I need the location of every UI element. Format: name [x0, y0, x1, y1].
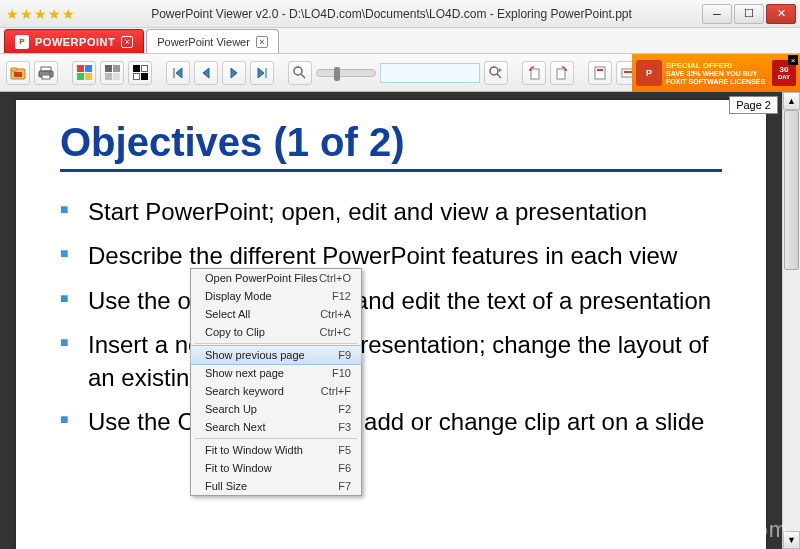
svg-point-6	[49, 72, 51, 74]
menu-item-shortcut: Ctrl+F	[321, 385, 351, 397]
bullet-item: Insert a new slide into a presentation; …	[60, 329, 722, 394]
menu-item[interactable]: Copy to ClipCtrl+C	[191, 323, 361, 341]
view-grayscale-button[interactable]	[100, 61, 124, 85]
ad-close-icon[interactable]: ×	[788, 55, 798, 65]
menu-item[interactable]: Fit to WindowF6	[191, 459, 361, 477]
vertical-scrollbar[interactable]: ▲ ▼	[782, 92, 800, 549]
ad-banner[interactable]: P SPECIAL OFFER! SAVE 35% WHEN YOU BUY F…	[632, 54, 800, 92]
menu-item-label: Fit to Window	[205, 462, 272, 474]
slide-title: Objectives (1 of 2)	[60, 120, 722, 172]
svg-rect-11	[531, 69, 539, 79]
svg-line-10	[497, 74, 501, 78]
powerpoint-icon: P	[636, 60, 662, 86]
fit-page-button[interactable]	[588, 61, 612, 85]
bullet-item: Start PowerPoint; open, edit and view a …	[60, 196, 722, 228]
view-bw-button[interactable]	[128, 61, 152, 85]
close-button[interactable]: ✕	[766, 4, 796, 24]
menu-item[interactable]: Show previous pageF9	[190, 345, 362, 365]
menu-item[interactable]: Search NextF3	[191, 418, 361, 436]
bullet-item: Describe the different PowerPoint featur…	[60, 240, 722, 272]
globe-icon: ✚	[647, 519, 669, 541]
menu-item[interactable]: Display ModeF12	[191, 287, 361, 305]
star-icon: ★	[62, 6, 75, 22]
menu-item[interactable]: Open PowerPoint FilesCtrl+O	[191, 269, 361, 287]
page-indicator: Page 2	[729, 96, 778, 114]
minimize-button[interactable]: ─	[702, 4, 732, 24]
open-file-button[interactable]	[6, 61, 30, 85]
last-page-button[interactable]	[250, 61, 274, 85]
first-page-button[interactable]	[166, 61, 190, 85]
tab-row: P POWERPOINT × PowerPoint Viewer ×	[0, 28, 800, 54]
menu-item-label: Search Next	[205, 421, 266, 433]
svg-rect-13	[595, 67, 605, 79]
menu-item-label: Search keyword	[205, 385, 284, 397]
search-input[interactable]	[380, 63, 480, 83]
print-button[interactable]	[34, 61, 58, 85]
menu-separator	[195, 438, 357, 439]
window-title: PowerPoint Viewer v2.0 - D:\LO4D.com\Doc…	[83, 7, 700, 21]
star-icon: ★	[6, 6, 19, 22]
star-icon: ★	[20, 6, 33, 22]
bullet-item: Use the outline to create and edit the t…	[60, 285, 722, 317]
menu-item-label: Select All	[205, 308, 250, 320]
tab-document[interactable]: PowerPoint Viewer ×	[146, 29, 279, 53]
menu-item-shortcut: F2	[338, 403, 351, 415]
slide-page: Objectives (1 of 2) Start PowerPoint; op…	[16, 100, 766, 549]
menu-item[interactable]: Search keywordCtrl+F	[191, 382, 361, 400]
ad-sub: FOXIT SOFTWARE LICENSES	[666, 78, 768, 86]
svg-point-7	[294, 67, 302, 75]
bullet-item: Use the Clip Organizer to add or change …	[60, 406, 722, 438]
menu-item-shortcut: Ctrl+C	[320, 326, 351, 338]
maximize-button[interactable]: ☐	[734, 4, 764, 24]
slide-bullets: Start PowerPoint; open, edit and view a …	[60, 196, 722, 438]
prev-page-button[interactable]	[194, 61, 218, 85]
search-next-button[interactable]	[484, 61, 508, 85]
menu-item[interactable]: Select AllCtrl+A	[191, 305, 361, 323]
menu-item-label: Search Up	[205, 403, 257, 415]
svg-rect-16	[624, 71, 632, 73]
zoom-button[interactable]	[288, 61, 312, 85]
menu-item-label: Full Size	[205, 480, 247, 492]
svg-rect-2	[14, 72, 22, 77]
rotate-right-button[interactable]	[550, 61, 574, 85]
svg-rect-3	[41, 67, 51, 71]
rotate-left-button[interactable]	[522, 61, 546, 85]
svg-point-9	[490, 67, 498, 75]
titlebar: ★ ★ ★ ★ ★ PowerPoint Viewer v2.0 - D:\LO…	[0, 0, 800, 28]
menu-item-shortcut: F7	[338, 480, 351, 492]
ad-headline: SPECIAL OFFER!	[666, 61, 768, 70]
rating-stars: ★ ★ ★ ★ ★	[6, 6, 75, 22]
context-menu: Open PowerPoint FilesCtrl+ODisplay ModeF…	[190, 268, 362, 496]
menu-item-shortcut: F9	[338, 349, 351, 361]
ad-line: SAVE 35% WHEN YOU BUY	[666, 70, 768, 78]
menu-item-shortcut: F10	[332, 367, 351, 379]
menu-item-label: Display Mode	[205, 290, 272, 302]
next-page-button[interactable]	[222, 61, 246, 85]
menu-item[interactable]: Fit to Window WidthF5	[191, 441, 361, 459]
scroll-up-icon[interactable]: ▲	[783, 92, 800, 110]
menu-item-label: Copy to Clip	[205, 326, 265, 338]
view-color-button[interactable]	[72, 61, 96, 85]
tab-close-icon[interactable]: ×	[121, 36, 133, 48]
scroll-thumb[interactable]	[784, 110, 799, 270]
content-area: Page 2 Objectives (1 of 2) Start PowerPo…	[0, 92, 800, 549]
zoom-slider[interactable]	[316, 69, 376, 77]
menu-item-label: Open PowerPoint Files	[205, 272, 318, 284]
svg-line-8	[301, 74, 305, 78]
menu-item[interactable]: Full SizeF7	[191, 477, 361, 495]
menu-separator	[195, 343, 357, 344]
svg-rect-5	[42, 75, 50, 79]
menu-item[interactable]: Search UpF2	[191, 400, 361, 418]
tab-label: PowerPoint Viewer	[157, 36, 250, 48]
svg-rect-1	[11, 68, 17, 71]
menu-item-label: Show next page	[205, 367, 284, 379]
menu-item-shortcut: F12	[332, 290, 351, 302]
tab-app[interactable]: P POWERPOINT ×	[4, 29, 144, 53]
menu-item-label: Fit to Window Width	[205, 444, 303, 456]
svg-rect-14	[597, 69, 603, 71]
menu-item-shortcut: F6	[338, 462, 351, 474]
tab-close-icon[interactable]: ×	[256, 36, 268, 48]
star-icon: ★	[34, 6, 47, 22]
menu-item-shortcut: F5	[338, 444, 351, 456]
menu-item[interactable]: Show next pageF10	[191, 364, 361, 382]
